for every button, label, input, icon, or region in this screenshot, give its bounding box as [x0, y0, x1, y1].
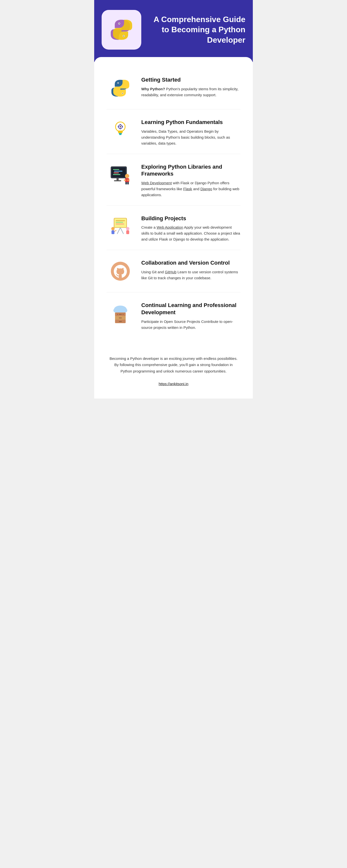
- why-python-label: Why Python?: [141, 87, 165, 91]
- python-icon: [106, 74, 134, 102]
- create-a-label: Create a: [141, 225, 157, 229]
- section-version-control-title: Collaboration and Version Control: [141, 259, 241, 267]
- web-app-label: Web Application: [157, 225, 183, 229]
- section-getting-started-body: Why Python? Python's popularity stems fr…: [141, 86, 241, 98]
- svg-rect-23: [113, 174, 120, 175]
- svg-rect-29: [127, 180, 129, 181]
- django-label: Django: [200, 187, 212, 191]
- section-fundamentals-text: Learning Python Fundamentals Variables, …: [141, 117, 241, 146]
- svg-rect-53: [119, 321, 122, 322]
- svg-rect-34: [116, 222, 123, 223]
- section-building-projects-body: Create a Web Application Apply your web …: [141, 224, 241, 242]
- using-git-label: Using Git and: [141, 270, 165, 274]
- svg-rect-31: [127, 182, 129, 185]
- lightbulb-gear-icon: ?: [106, 117, 134, 144]
- svg-point-55: [122, 314, 123, 315]
- svg-rect-15: [118, 126, 119, 127]
- web-dev-label: Web Development: [141, 181, 172, 185]
- svg-rect-16: [122, 126, 123, 127]
- svg-rect-32: [114, 218, 127, 228]
- section-version-control: Collaboration and Version Control Using …: [106, 250, 241, 292]
- svg-rect-30: [125, 182, 127, 185]
- section-continual-learning-text: Continual Learning and Professional Deve…: [141, 300, 241, 330]
- svg-line-40: [114, 230, 116, 231]
- section-building-projects: Building Projects Create a Web Applicati…: [106, 206, 241, 250]
- fundamentals-text: Variables, Data Types, and Operators Beg…: [141, 129, 230, 145]
- svg-rect-21: [114, 171, 122, 172]
- svg-rect-14: [120, 128, 121, 129]
- svg-point-7: [122, 93, 123, 94]
- svg-point-54: [117, 314, 118, 315]
- svg-point-46: [120, 308, 127, 313]
- footer-link[interactable]: https://ankitsoni.in: [159, 382, 188, 386]
- section-building-projects-title: Building Projects: [141, 215, 241, 222]
- svg-rect-52: [119, 318, 122, 318]
- section-fundamentals: ? Learning Python Fundamentals Variables…: [106, 110, 241, 154]
- section-getting-started-title: Getting Started: [141, 76, 241, 84]
- svg-rect-39: [111, 230, 114, 234]
- header: A Comprehensive Guide to Becoming a Pyth…: [94, 0, 253, 62]
- svg-point-41: [126, 227, 129, 230]
- section-getting-started: Getting Started Why Python? Python's pop…: [106, 67, 241, 110]
- section-fundamentals-body: Variables, Data Types, and Operators Beg…: [141, 128, 241, 146]
- svg-line-36: [117, 228, 120, 234]
- page-wrapper: A Comprehensive Guide to Becoming a Pyth…: [94, 0, 253, 399]
- section-continual-learning-body: Participate in Open Source Projects Cont…: [141, 319, 241, 331]
- svg-line-37: [120, 228, 123, 234]
- libraries-text-2: and: [193, 187, 200, 191]
- section-continual-learning: Continual Learning and Professional Deve…: [106, 292, 241, 338]
- flask-label: Flask: [183, 187, 192, 191]
- section-libraries: Exploring Python Libraries and Framework…: [106, 154, 241, 206]
- svg-rect-10: [119, 134, 121, 135]
- section-building-projects-text: Building Projects Create a Web Applicati…: [141, 213, 241, 243]
- books-cloud-icon: [106, 300, 134, 327]
- svg-point-1: [119, 23, 120, 24]
- svg-rect-35: [116, 224, 124, 224]
- github-label: GitHub: [165, 270, 177, 274]
- header-logo: [102, 10, 141, 50]
- svg-point-26: [125, 174, 129, 178]
- svg-rect-51: [119, 314, 122, 315]
- github-icon: [106, 257, 134, 285]
- coder-icon: [106, 161, 134, 189]
- footer-text: Becoming a Python developer is an exciti…: [109, 355, 238, 374]
- svg-rect-22: [114, 173, 119, 173]
- svg-rect-33: [116, 220, 125, 221]
- section-fundamentals-title: Learning Python Fundamentals: [141, 119, 241, 126]
- svg-rect-42: [126, 230, 129, 234]
- footer: Becoming a Python developer is an exciti…: [94, 345, 253, 399]
- svg-rect-20: [113, 169, 119, 170]
- svg-text:?: ?: [120, 125, 121, 128]
- svg-point-3: [123, 35, 124, 36]
- svg-rect-9: [119, 133, 122, 134]
- section-libraries-body: Web Development with Flask or Django Pyt…: [141, 180, 241, 198]
- svg-rect-25: [114, 180, 121, 181]
- section-version-control-body: Using Git and GitHub Learn to use versio…: [141, 269, 241, 281]
- section-libraries-title: Exploring Python Libraries and Framework…: [141, 163, 241, 178]
- section-version-control-text: Collaboration and Version Control Using …: [141, 257, 241, 281]
- section-continual-learning-title: Continual Learning and Professional Deve…: [141, 302, 241, 316]
- svg-point-43: [111, 261, 130, 281]
- section-libraries-text: Exploring Python Libraries and Framework…: [141, 161, 241, 198]
- svg-point-5: [118, 83, 119, 83]
- content-area: Getting Started Why Python? Python's pop…: [94, 57, 253, 345]
- section-getting-started-text: Getting Started Why Python? Python's pop…: [141, 74, 241, 98]
- header-title: A Comprehensive Guide to Becoming a Pyth…: [149, 14, 245, 45]
- continual-learning-text: Participate in Open Source Projects Cont…: [141, 319, 233, 330]
- svg-point-38: [111, 227, 115, 230]
- svg-rect-28: [124, 180, 126, 181]
- team-project-icon: [106, 213, 134, 240]
- svg-rect-19: [112, 168, 125, 177]
